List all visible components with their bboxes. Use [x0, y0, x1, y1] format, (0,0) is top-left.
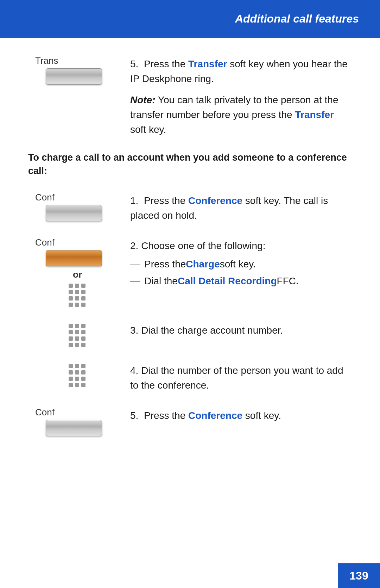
k3-2 [75, 324, 79, 328]
step3-num: 3. [130, 325, 138, 336]
step5-conf-after: soft key. [242, 410, 281, 421]
step1-conf-right: 1. Press the Conference soft key. The ca… [130, 192, 352, 223]
conf2-label: Conf [35, 237, 55, 248]
step4-keypad-left [28, 362, 120, 388]
page-number: 139 [349, 569, 368, 582]
k1 [69, 284, 73, 288]
note-end: soft key. [130, 124, 166, 135]
step3-keypad-right: 3. Dial the charge account number. [130, 322, 352, 338]
bullet1: Press the Charge soft key. [130, 257, 352, 272]
k4-8 [75, 377, 79, 381]
k4-3 [81, 364, 86, 368]
note-link: Transfer [295, 109, 334, 120]
step3-text: 3. Dial the charge account number. [130, 323, 352, 338]
step2-bullet-list: Press the Charge soft key. Dial the Call… [130, 257, 352, 289]
step2-choose-text: 2. Choose one of the following: [130, 239, 352, 253]
k3-1 [69, 324, 73, 328]
step4-keypad-right: 4. Dial the number of the person you wan… [130, 362, 352, 393]
k3-8 [75, 336, 79, 341]
step5-trans-num: 5. [130, 58, 138, 69]
step5-trans-left: Trans [28, 55, 120, 85]
k3-4 [69, 330, 73, 334]
k2 [75, 284, 79, 288]
step1-conf-num: 1. [130, 195, 138, 206]
step5-trans-right: 5. Press the Transfer soft key when you … [130, 55, 352, 137]
keypad-grid-4 [69, 364, 86, 388]
k4 [69, 290, 73, 294]
step3-keypad-row: 3. Dial the charge account number. [28, 322, 352, 348]
k3-12 [81, 343, 86, 347]
k11 [75, 303, 79, 307]
bullet1-link: Charge [186, 257, 220, 272]
k4-7 [69, 377, 73, 381]
k3-7 [69, 336, 73, 341]
k7 [69, 296, 73, 301]
step1-conf-before: Press the [144, 195, 188, 206]
step3-content: Dial the charge account number. [141, 325, 283, 336]
step5-conf-right: 5. Press the Conference soft key. [130, 407, 352, 423]
k10 [69, 303, 73, 307]
step1-conf-text: 1. Press the Conference soft key. The ca… [130, 193, 352, 223]
bullet2-after: FFC. [277, 274, 299, 289]
conf5-button [46, 420, 102, 436]
k3-10 [69, 343, 73, 347]
header-bar: Additional call features [0, 0, 380, 38]
k8 [75, 296, 79, 301]
step1-conf-row: Conf 1. Press the Conference soft key. T… [28, 192, 352, 223]
bullet2-link: Call Detail Recording [178, 274, 277, 289]
section-heading: To charge a call to an account when you … [28, 151, 352, 178]
step2-conf-num: 2. [130, 240, 138, 251]
k4-2 [75, 364, 79, 368]
conf5-label: Conf [35, 407, 55, 418]
bullet2: Dial the Call Detail Recording FFC. [130, 274, 352, 289]
step5-conf-row: Conf 5. Press the Conference soft key. [28, 407, 352, 436]
k4-9 [81, 377, 86, 381]
k12 [81, 303, 86, 307]
header-title: Additional call features [235, 12, 359, 25]
conf1-label: Conf [35, 192, 55, 203]
k4-1 [69, 364, 73, 368]
k4-6 [81, 370, 86, 375]
k3-11 [75, 343, 79, 347]
k4-12 [81, 383, 86, 387]
k3-3 [81, 324, 86, 328]
bullet1-before: Press the [144, 257, 186, 272]
step5-conf-text: 5. Press the Conference soft key. [130, 408, 352, 423]
step1-conf-left: Conf [28, 192, 120, 221]
step4-text: 4. Dial the number of the person you wan… [130, 363, 352, 393]
step2-choose: Choose one of the following: [141, 240, 265, 251]
step1-conf-link: Conference [188, 195, 242, 206]
k3-6 [81, 330, 86, 334]
k9 [81, 296, 86, 301]
bullet1-after: soft key. [220, 257, 256, 272]
k5 [75, 290, 79, 294]
step5-trans-note: Note: You can talk privately to the pers… [130, 93, 352, 137]
trans-label: Trans [35, 55, 58, 66]
step5-trans-link: Transfer [188, 58, 227, 69]
step5-conf-num: 5. [130, 410, 138, 421]
step2-conf-right: 2. Choose one of the following: Press th… [130, 237, 352, 291]
bullet2-before: Dial the [144, 274, 178, 289]
step5-conf-link: Conference [188, 410, 242, 421]
k4-10 [69, 383, 73, 387]
step3-keypad-left [28, 322, 120, 348]
trans-button [46, 68, 102, 85]
k4-11 [75, 383, 79, 387]
keypad-grid-2 [69, 284, 86, 308]
step5-trans-before: Press the [144, 58, 188, 69]
step4-num: 4. [130, 365, 138, 376]
k6 [81, 290, 86, 294]
main-content: Trans 5. Press the Transfer soft key whe… [0, 38, 380, 478]
step5-conf-before: Press the [144, 410, 188, 421]
k3-9 [81, 336, 86, 341]
conf2-button-orange [46, 250, 102, 266]
step4-content: Dial the number of the person you want t… [130, 365, 343, 391]
note-label: Note: [130, 94, 156, 105]
step2-conf-row: Conf or 2. Choose one of the following: [28, 237, 352, 308]
keypad-grid-3 [69, 324, 86, 348]
conf1-button [46, 205, 102, 221]
or-label: or [73, 269, 82, 280]
step5-transfer-row: Trans 5. Press the Transfer soft key whe… [28, 55, 352, 137]
k4-5 [75, 370, 79, 375]
step4-keypad-row: 4. Dial the number of the person you wan… [28, 362, 352, 393]
